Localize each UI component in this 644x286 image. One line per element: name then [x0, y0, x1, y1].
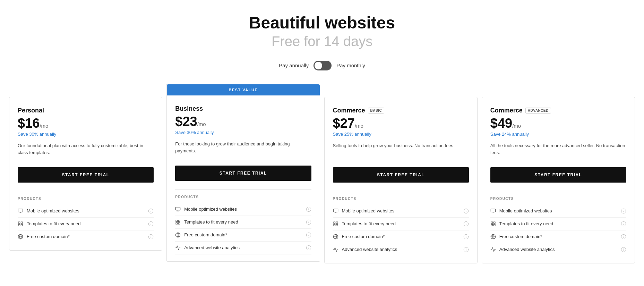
feature-label: Free custom domain* [27, 234, 70, 239]
svg-rect-5 [21, 222, 23, 224]
feature-label: Templates to fit every need [184, 219, 238, 225]
monitor-icon [18, 208, 23, 214]
hero-subtitle: Free for 14 days [7, 32, 637, 50]
svg-rect-40 [336, 222, 338, 224]
svg-rect-16 [176, 207, 180, 210]
start-trial-button-personal[interactable]: START FREE TRIAL [18, 167, 154, 183]
feature-item: Free custom domain* [175, 229, 311, 242]
info-icon[interactable] [463, 221, 469, 227]
feature-label: Advanced website analytics [184, 245, 240, 250]
svg-rect-7 [21, 224, 23, 226]
feature-left: Advanced website analytics [490, 247, 555, 252]
plan-price-commerce-advanced: $49/mo [490, 116, 626, 131]
products-label-commerce-advanced: PRODUCTS [490, 197, 626, 201]
feature-left: Mobile optimized websites [490, 208, 552, 214]
feature-label: Templates to fit every need [27, 221, 80, 226]
plan-badge-commerce-basic: BASIC [368, 108, 385, 113]
info-icon[interactable] [306, 245, 311, 251]
info-icon[interactable] [306, 207, 311, 212]
analytics-icon [490, 247, 496, 252]
monitor-icon [490, 208, 496, 214]
start-trial-button-business[interactable]: START FREE TRIAL [175, 166, 311, 181]
plans-grid: Personal $16/mo Save 30% annuallyOur fou… [7, 84, 637, 263]
billing-toggle[interactable] [314, 61, 332, 70]
annual-label: Pay annually [279, 62, 309, 68]
grid-icon [175, 219, 181, 225]
feature-left: Templates to fit every need [490, 221, 553, 227]
plan-price-business: $23/mo [175, 115, 311, 129]
feature-item: Mobile optimized websites [490, 205, 626, 218]
feature-left: Free custom domain* [18, 234, 70, 239]
feature-left: Free custom domain* [175, 232, 227, 238]
info-icon[interactable] [463, 247, 469, 252]
start-trial-button-commerce-basic[interactable]: START FREE TRIAL [333, 167, 469, 183]
feature-left: Templates to fit every need [333, 221, 396, 227]
svg-rect-41 [334, 224, 335, 226]
svg-rect-58 [491, 222, 493, 224]
feature-left: Templates to fit every need [18, 221, 80, 227]
svg-rect-60 [491, 224, 493, 226]
feature-label: Mobile optimized websites [184, 207, 237, 212]
feature-item: Templates to fit every need [175, 216, 311, 229]
info-icon[interactable] [621, 208, 626, 214]
info-icon[interactable] [306, 219, 311, 225]
products-section-commerce-basic: PRODUCTS Mobile optimized websites Templ… [333, 191, 469, 256]
feature-item: Templates to fit every need [18, 218, 154, 230]
plan-description-business: For those looking to grow their audience… [175, 141, 311, 159]
info-icon[interactable] [621, 221, 626, 227]
feature-item: Advanced website analytics [175, 242, 311, 254]
plan-savings-commerce-basic: Save 25% annually [333, 132, 469, 137]
monitor-icon [333, 208, 338, 214]
info-icon[interactable] [463, 208, 469, 214]
info-icon[interactable] [148, 221, 154, 227]
feature-left: Advanced website analytics [333, 247, 397, 252]
svg-rect-61 [493, 224, 495, 226]
plan-savings-business: Save 30% annually [175, 130, 311, 135]
feature-item: Mobile optimized websites [333, 205, 469, 218]
feature-item: Free custom domain* [333, 230, 469, 243]
info-icon[interactable] [621, 247, 626, 252]
feature-label: Advanced website analytics [499, 247, 555, 252]
products-label-personal: PRODUCTS [18, 197, 154, 201]
start-trial-button-commerce-advanced[interactable]: START FREE TRIAL [490, 167, 626, 183]
feature-left: Advanced website analytics [175, 245, 240, 251]
hero-title: Beautiful websites [7, 14, 637, 32]
svg-rect-0 [18, 209, 23, 212]
info-icon[interactable] [306, 232, 311, 238]
plan-body-personal: Personal $16/mo Save 30% annuallyOur fou… [9, 97, 162, 250]
feature-item: Mobile optimized websites [18, 205, 154, 218]
hero-section: Beautiful websites Free for 14 days [7, 14, 637, 50]
svg-rect-54 [491, 209, 495, 212]
grid-icon [18, 221, 23, 227]
products-label-business: PRODUCTS [175, 195, 311, 199]
plan-body-business: Business $23/mo Save 30% annuallyFor tho… [167, 95, 319, 261]
products-section-personal: PRODUCTS Mobile optimized websites Templ… [18, 191, 154, 243]
svg-rect-4 [18, 222, 20, 224]
plan-description-commerce-basic: Selling tools to help grow your business… [333, 142, 469, 160]
feature-item: Mobile optimized websites [175, 203, 311, 216]
feature-label: Templates to fit every need [342, 221, 396, 226]
plan-name-commerce-advanced: CommerceADVANCED [490, 107, 626, 114]
plan-savings-commerce-advanced: Save 24% annually [490, 132, 626, 137]
feature-label: Free custom domain* [499, 234, 542, 239]
info-icon[interactable] [148, 208, 154, 214]
plan-name-personal: Personal [18, 107, 154, 114]
feature-item: Advanced website analytics [333, 243, 469, 256]
monitor-icon [175, 207, 181, 212]
svg-rect-20 [176, 220, 178, 222]
info-icon[interactable] [148, 234, 154, 239]
plan-body-commerce-basic: CommerceBASIC $27/mo Save 25% annuallySe… [325, 97, 477, 263]
info-icon[interactable] [621, 234, 626, 239]
plan-description-commerce-advanced: All the tools necessary for the more adv… [490, 142, 626, 160]
analytics-icon [175, 245, 181, 251]
globe-icon [333, 234, 338, 239]
feature-label: Free custom domain* [342, 234, 385, 239]
feature-label: Templates to fit every need [499, 221, 553, 226]
analytics-icon [333, 247, 338, 252]
svg-rect-42 [336, 224, 338, 226]
info-icon[interactable] [463, 234, 469, 239]
page-wrapper: Beautiful websites Free for 14 days Pay … [0, 0, 644, 270]
feature-label: Advanced website analytics [342, 247, 397, 252]
svg-rect-23 [179, 222, 180, 224]
monthly-label: Pay monthly [336, 62, 365, 68]
